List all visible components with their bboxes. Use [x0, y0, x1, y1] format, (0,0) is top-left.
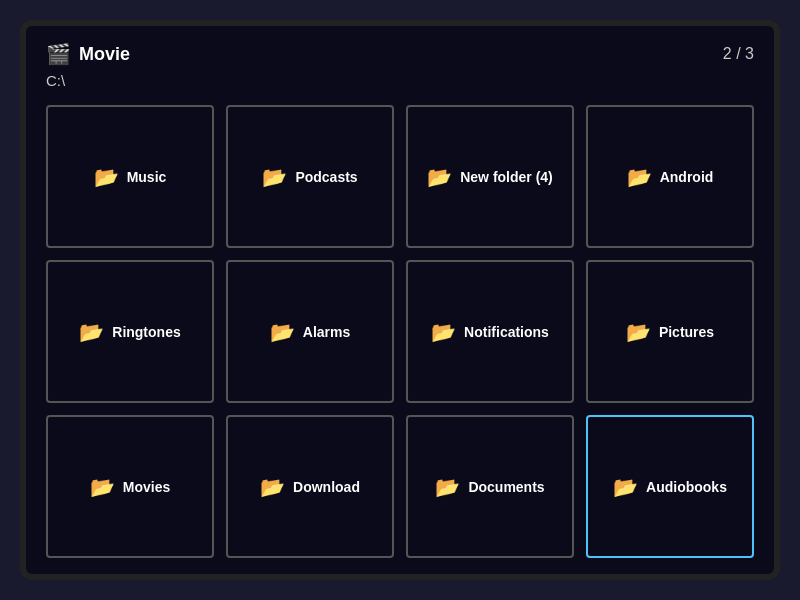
folder-icon: 📂 [94, 165, 119, 189]
pagination: 2 / 3 [723, 45, 754, 63]
folder-label: Alarms [303, 324, 350, 340]
folder-item-music[interactable]: 📂Music [46, 105, 214, 248]
folder-item-podcasts[interactable]: 📂Podcasts [226, 105, 394, 248]
folder-label: Pictures [659, 324, 714, 340]
folder-icon: 📂 [260, 475, 285, 499]
movie-icon: 🎬 [46, 42, 71, 66]
folder-item-new-folder-4[interactable]: 📂New folder (4) [406, 105, 574, 248]
folder-label: Ringtones [112, 324, 180, 340]
folder-label: Android [660, 169, 714, 185]
folder-item-documents[interactable]: 📂Documents [406, 415, 574, 558]
folder-label: Audiobooks [646, 479, 727, 495]
folder-item-alarms[interactable]: 📂Alarms [226, 260, 394, 403]
folder-label: Notifications [464, 324, 549, 340]
header: 🎬 Movie 2 / 3 [46, 42, 754, 66]
folder-icon: 📂 [627, 165, 652, 189]
folder-icon: 📂 [270, 320, 295, 344]
folder-item-pictures[interactable]: 📂Pictures [586, 260, 754, 403]
header-left: 🎬 Movie [46, 42, 130, 66]
folder-label: New folder (4) [460, 169, 553, 185]
folder-label: Podcasts [295, 169, 357, 185]
folder-icon: 📂 [431, 320, 456, 344]
folder-label: Download [293, 479, 360, 495]
folder-item-ringtones[interactable]: 📂Ringtones [46, 260, 214, 403]
folder-label: Documents [468, 479, 544, 495]
folder-icon: 📂 [435, 475, 460, 499]
folder-icon: 📂 [79, 320, 104, 344]
breadcrumb: C:\ [46, 72, 754, 89]
folder-item-download[interactable]: 📂Download [226, 415, 394, 558]
folder-item-movies[interactable]: 📂Movies [46, 415, 214, 558]
folder-icon: 📂 [90, 475, 115, 499]
folder-grid: 📂Music📂Podcasts📂New folder (4)📂Android📂R… [46, 105, 754, 558]
folder-item-audiobooks[interactable]: 📂Audiobooks [586, 415, 754, 558]
folder-icon: 📂 [626, 320, 651, 344]
folder-icon: 📂 [613, 475, 638, 499]
folder-icon: 📂 [427, 165, 452, 189]
folder-icon: 📂 [262, 165, 287, 189]
header-title: Movie [79, 44, 130, 65]
folder-label: Movies [123, 479, 170, 495]
folder-label: Music [127, 169, 167, 185]
folder-item-notifications[interactable]: 📂Notifications [406, 260, 574, 403]
folder-item-android[interactable]: 📂Android [586, 105, 754, 248]
tv-screen: 🎬 Movie 2 / 3 C:\ 📂Music📂Podcasts📂New fo… [20, 20, 780, 580]
